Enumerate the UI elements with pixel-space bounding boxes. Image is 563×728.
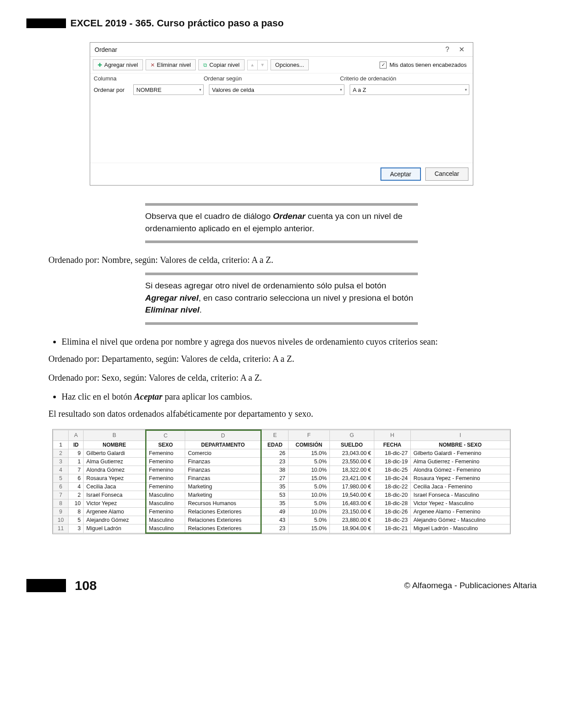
cell-comision: 15.0% <box>288 474 329 482</box>
cell-nombre: Miguel Ladrón <box>84 524 146 533</box>
cell-comision: 15.0% <box>288 449 329 457</box>
cancel-button[interactable]: Cancelar <box>425 167 468 181</box>
cell-comision: 10.0% <box>288 507 329 516</box>
cell-id: 9 <box>69 449 84 457</box>
x-icon: ✕ <box>150 62 155 68</box>
footer-block <box>26 579 66 592</box>
col-letter: E <box>261 430 288 440</box>
sort-on-combo[interactable]: Valores de celda ▾ <box>209 84 344 95</box>
cell-edad: 23 <box>261 524 288 533</box>
row-number: 8 <box>53 499 69 507</box>
cell-nombre-sexo: Rosaura Yepez - Femenino <box>410 474 510 482</box>
header-ordenar-segun: Ordenar según <box>204 75 340 82</box>
headers-checkbox-wrap[interactable]: ✓ Mis datos tienen encabezados <box>380 62 470 69</box>
cell-sueldo: 17,980.00 € <box>329 482 374 491</box>
table-row: 72Israel FonsecaMasculinoMarketing5310.0… <box>53 491 510 499</box>
cell-sueldo: 23,150.00 € <box>329 507 374 516</box>
cell-departamento: Relaciones Exteriores <box>185 507 261 516</box>
row-number: 5 <box>53 474 69 482</box>
cell-departamento: Marketing <box>185 482 261 491</box>
row-number: 7 <box>53 491 69 499</box>
bullet-list: Haz clic en el botón Aceptar para aplica… <box>62 390 515 403</box>
accept-button[interactable]: Aceptar <box>380 167 421 181</box>
col-letter: I <box>410 430 510 440</box>
column-combo[interactable]: NOMBRE ▾ <box>133 84 204 95</box>
cell-sexo: Masculino <box>146 516 185 524</box>
cell-edad: 35 <box>261 482 288 491</box>
cell-comision: 10.0% <box>288 491 329 499</box>
col-header: EDAD <box>261 440 288 449</box>
copy-level-button[interactable]: ⧉ Copiar nivel <box>198 59 245 70</box>
callout-bold: Ordenar <box>273 211 305 221</box>
delete-level-button[interactable]: ✕ Eliminar nivel <box>146 59 196 70</box>
cell-fecha: 18-dic-24 <box>374 474 410 482</box>
col-letter: H <box>374 430 410 440</box>
col-letter: G <box>329 430 374 440</box>
options-button[interactable]: Opciones... <box>271 59 309 70</box>
checkbox-icon: ✓ <box>380 62 387 69</box>
sort-by-label: Ordenar por <box>94 87 133 93</box>
cell-nombre-sexo: Argenee Alamo - Femenino <box>410 507 510 516</box>
cell-id: 2 <box>69 491 84 499</box>
bullet-list: Elimina el nivel que ordena por nombre y… <box>62 335 515 348</box>
cell-fecha: 18-dic-28 <box>374 499 410 507</box>
cell-nombre: Argenee Alamo <box>84 507 146 516</box>
cell-edad: 53 <box>261 491 288 499</box>
header-columna: Columna <box>94 75 204 82</box>
cell-nombre: Alejandro Gómez <box>84 516 146 524</box>
col-header: FECHA <box>374 440 410 449</box>
headers-checkbox-label: Mis datos tienen encabezados <box>389 62 467 68</box>
delete-level-label: Eliminar nivel <box>157 62 191 68</box>
help-icon[interactable]: ? <box>440 46 454 54</box>
note-callout: Si deseas agregar otro nivel de ordenami… <box>145 273 418 325</box>
cell-nombre-sexo: Alondra Gómez - Femenino <box>410 466 510 474</box>
table-row: 29Gilberto GalardiFemeninoComercio2615.0… <box>53 449 510 457</box>
cell-comision: 5.0% <box>288 516 329 524</box>
col-letter: F <box>288 430 329 440</box>
move-up-button[interactable]: ▲ <box>248 60 258 70</box>
cell-edad: 49 <box>261 507 288 516</box>
page-number: 108 <box>75 578 97 593</box>
cell-edad: 43 <box>261 516 288 524</box>
callout-text: . <box>200 305 202 314</box>
cell-nombre-sexo: Alejandro Gómez - Masculino <box>410 516 510 524</box>
close-icon[interactable]: ✕ <box>454 45 468 54</box>
cell-nombre: Alondra Gómez <box>84 466 146 474</box>
cell-fecha: 18-dic-23 <box>374 516 410 524</box>
col-header: ID <box>69 440 84 449</box>
cell-nombre: Alma Gutierrez <box>84 457 146 466</box>
cell-nombre-sexo: Gilberto Galardi - Femenino <box>410 449 510 457</box>
sort-on-combo-value: Valores de celda <box>212 87 254 93</box>
dialog-toolbar: ✚ Agregar nivel ✕ Eliminar nivel ⧉ Copia… <box>90 57 473 73</box>
copy-level-label: Copiar nivel <box>209 62 240 68</box>
header-criterio: Criterio de ordenación <box>340 75 469 82</box>
cell-departamento: Relaciones Exteriores <box>185 516 261 524</box>
cell-sueldo: 18,904.00 € <box>329 524 374 533</box>
add-level-button[interactable]: ✚ Agregar nivel <box>93 59 143 70</box>
page-footer: 108 © Alfaomega - Publicaciones Altaria <box>26 578 537 593</box>
cell-departamento: Finanzas <box>185 457 261 466</box>
cell-id: 1 <box>69 457 84 466</box>
callout-text: , en caso contrario selecciona un nivel … <box>198 293 413 302</box>
cell-comision: 15.0% <box>288 524 329 533</box>
dialog-titlebar: Ordenar ? ✕ <box>90 43 473 57</box>
header-row: 1 ID NOMBRE SEXO DEPARTAMENTO EDAD COMIS… <box>53 440 510 449</box>
sort-dialog: Ordenar ? ✕ ✚ Agregar nivel ✕ Eliminar n… <box>90 42 473 186</box>
cell-edad: 27 <box>261 474 288 482</box>
cell-nombre-sexo: Miguel Ladrón - Masculino <box>410 524 510 533</box>
row-number: 1 <box>53 440 69 449</box>
body-paragraph: Ordenado por: Nombre, según: Valores de … <box>48 254 515 266</box>
cell-departamento: Marketing <box>185 491 261 499</box>
cell-sexo: Femenino <box>146 466 185 474</box>
bullet-bold: Aceptar <box>134 392 162 401</box>
cell-sexo: Masculino <box>146 491 185 499</box>
cell-edad: 23 <box>261 457 288 466</box>
cell-nombre-sexo: Alma Gutierrez - Femenino <box>410 457 510 466</box>
cell-sueldo: 23,880.00 € <box>329 516 374 524</box>
order-combo[interactable]: A a Z ▾ <box>350 84 469 95</box>
move-down-button[interactable]: ▼ <box>258 60 267 70</box>
col-letter: C <box>146 430 185 440</box>
table-row: 31Alma GutierrezFemeninoFinanzas235.0%23… <box>53 457 510 466</box>
cell-nombre-sexo: Victor Yepez - Masculino <box>410 499 510 507</box>
cell-sexo: Masculino <box>146 499 185 507</box>
